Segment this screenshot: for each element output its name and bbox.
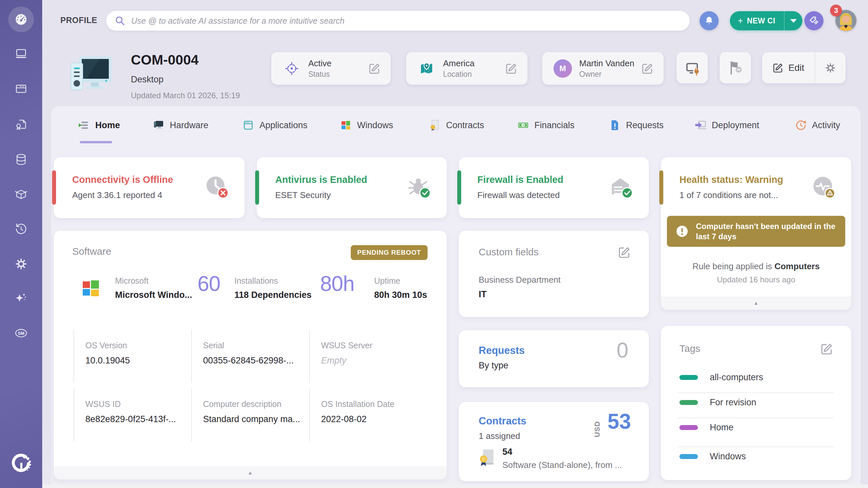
field-label: WSUS Server xyxy=(321,341,434,350)
requests-link[interactable]: Requests xyxy=(479,345,525,357)
tab-deployment[interactable]: Deployment xyxy=(694,117,759,133)
edit-pencil-icon xyxy=(820,343,833,356)
location-label: Location xyxy=(443,70,505,79)
notifications-button[interactable] xyxy=(700,11,719,30)
sidebar-item-applications[interactable] xyxy=(0,74,42,104)
field-wsus-id: WSUS ID 8e82e829-0f25-413f-... xyxy=(73,388,187,442)
tab-label: Requests xyxy=(626,120,663,130)
windows-tab-icon xyxy=(340,119,352,131)
alert-accent xyxy=(255,170,259,205)
flag-remove-button[interactable] xyxy=(720,52,751,84)
edit-status-button[interactable] xyxy=(368,62,381,75)
remote-connection-button[interactable] xyxy=(677,52,708,84)
sidebar-item-database[interactable] xyxy=(0,144,42,175)
health-card-expander[interactable]: ▲ xyxy=(661,297,851,310)
sidebar-item-dashboard[interactable] xyxy=(0,4,42,35)
field-value: 10.0.19045 xyxy=(85,356,187,366)
tab-windows[interactable]: Windows xyxy=(340,117,393,133)
alert-accent xyxy=(52,170,56,205)
field-value: Standard company ma... xyxy=(203,414,305,424)
sidebar-item-inventory[interactable] xyxy=(0,179,42,209)
contracts-link[interactable]: Contracts xyxy=(479,415,526,427)
tab-contracts[interactable]: Contracts xyxy=(429,117,484,133)
tag-label: Windows xyxy=(710,451,746,462)
windows-logo-icon xyxy=(80,278,102,300)
field-label: WSUS ID xyxy=(85,399,187,409)
edit-tags-button[interactable] xyxy=(820,343,833,356)
health-rule-line: Rule being applied is Computers xyxy=(661,261,851,271)
sidebar-item-computers[interactable] xyxy=(0,38,42,69)
new-ci-action[interactable]: + NEW CI xyxy=(730,11,784,30)
app-logo[interactable] xyxy=(0,452,42,476)
horizontal-scrollbar[interactable] xyxy=(42,484,868,488)
edit-pencil-icon xyxy=(368,62,381,75)
active-tab-underline xyxy=(80,141,112,143)
rule-text: Rule being applied is xyxy=(693,261,772,271)
tag-color-pill xyxy=(679,454,698,459)
search-input[interactable] xyxy=(130,16,681,26)
custom-fields-title: Custom fields xyxy=(479,247,539,258)
sidebar-item-licenses[interactable] xyxy=(0,109,42,140)
notification-count-badge: 3 xyxy=(830,5,842,17)
field-computer-description: Computer description Standard company ma… xyxy=(191,388,305,442)
edit-pencil-icon xyxy=(772,62,784,73)
new-ci-dropdown[interactable] xyxy=(784,11,802,30)
alert-accent xyxy=(457,170,461,205)
edit-button-label: Edit xyxy=(788,63,804,73)
deployment-tab-icon xyxy=(694,119,707,131)
tab-activity[interactable]: Activity xyxy=(795,117,840,133)
edit-pencil-icon xyxy=(641,62,654,75)
vendor-label: Microsoft xyxy=(115,276,148,286)
user-avatar[interactable]: 3 xyxy=(830,4,858,32)
edit-owner-button[interactable] xyxy=(641,62,654,75)
custom-field-value: IT xyxy=(479,289,487,299)
tag-label: all-computers xyxy=(710,372,763,383)
new-ci-button: + NEW CI xyxy=(730,11,802,30)
field-os-version: OS Version 10.0.19045 xyxy=(73,329,187,383)
custom-field-label: Business Department xyxy=(479,275,561,285)
owner-label: Owner xyxy=(579,70,641,79)
field-label: OS Installation Date xyxy=(321,399,434,409)
tab-applications[interactable]: Applications xyxy=(242,117,308,133)
status-target-icon xyxy=(282,59,301,78)
edit-button[interactable]: Edit xyxy=(762,52,815,84)
sidebar: SM xyxy=(0,0,42,488)
history-icon xyxy=(13,221,29,236)
alert-card-antivirus: Antivirus is Enabled ESET Security xyxy=(257,157,447,218)
plus-icon: + xyxy=(738,16,743,26)
tab-hardware[interactable]: Hardware xyxy=(152,117,208,133)
tab-label: Activity xyxy=(812,120,840,130)
sidebar-item-history[interactable] xyxy=(0,214,42,244)
software-card-expander[interactable]: ▲ xyxy=(54,466,447,480)
database-icon xyxy=(13,152,29,167)
edit-location-button[interactable] xyxy=(505,62,518,75)
monitor-plug-icon xyxy=(684,59,701,76)
tab-financials[interactable]: 0 Financials xyxy=(517,117,575,133)
contracts-currency: USD xyxy=(593,423,601,437)
edit-custom-fields-button[interactable] xyxy=(618,246,631,259)
custom-fields-card: Custom fields Business Department IT xyxy=(459,231,649,317)
sm-badge-icon: SM xyxy=(13,325,29,341)
tag-item: For revision xyxy=(679,393,833,412)
tags-button[interactable] xyxy=(804,11,824,30)
location-map-icon xyxy=(417,59,436,78)
contract-item-id: 54 xyxy=(502,447,512,457)
field-serial: Serial 00355-62845-62998-... xyxy=(191,329,305,383)
tab-home[interactable]: Home xyxy=(78,117,120,133)
tag-item: Home xyxy=(679,418,833,436)
tab-requests[interactable]: Requests xyxy=(609,117,663,133)
tags-card-title: Tags xyxy=(679,343,700,354)
sidebar-item-ai-assistant[interactable] xyxy=(0,284,42,314)
requests-count: 0 xyxy=(617,338,628,362)
field-value: Empty xyxy=(321,356,434,366)
updated-timestamp: Updated March 01 2026, 15:19 xyxy=(131,91,240,100)
tag-item: Windows xyxy=(679,447,833,465)
installations-count: 60 xyxy=(197,271,220,296)
sidebar-item-settings[interactable] xyxy=(0,249,42,279)
contract-certificate-icon xyxy=(479,448,496,469)
tags-card: Tags all-computers For revision Home Win… xyxy=(661,326,851,480)
contracts-card: Contracts 1 assigned USD 53 54 Software … xyxy=(459,402,649,481)
software-card-title: Software xyxy=(72,246,111,257)
profile-settings-button[interactable] xyxy=(815,52,845,84)
sidebar-item-service-management[interactable]: SM xyxy=(0,318,42,348)
